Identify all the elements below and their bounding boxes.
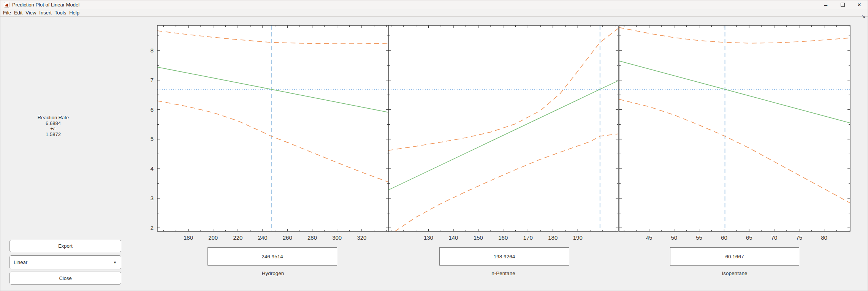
hydrogen-label: Hydrogen [157, 270, 388, 276]
x-tick-label: 170 [523, 234, 533, 241]
x-tick-label: 220 [233, 234, 242, 241]
x-tick-label: 240 [258, 234, 268, 241]
x-tick-label: 45 [646, 234, 653, 241]
x-tick-label: 260 [283, 234, 292, 241]
x-tick-label: 80 [821, 234, 827, 241]
x-tick-label: 70 [771, 234, 778, 241]
plot-area-n-pentane[interactable] [388, 25, 618, 231]
x-tick-label: 140 [448, 234, 458, 241]
x-tick-label: 65 [746, 234, 752, 241]
y-tick-label: 5 [150, 136, 154, 142]
x-tick-label: 160 [498, 234, 508, 241]
plot-area-isopentane[interactable] [619, 25, 850, 231]
response-panel: Reaction Rate 6.6884 +/- 1.5872 [15, 115, 91, 137]
x-tick-label: 55 [696, 234, 702, 241]
plot-area-hydrogen[interactable] [157, 25, 388, 231]
y-tick-label: 2 [150, 225, 154, 231]
model-type-value: Linear [14, 259, 27, 265]
model-type-select[interactable]: Linear ▼ [10, 255, 121, 269]
y-tick-label: 4 [150, 165, 154, 172]
y-tick-label: 7 [150, 77, 154, 83]
close-button[interactable]: Close [10, 272, 121, 285]
response-value: 6.6884 [15, 121, 91, 127]
y-tick-label: 6 [150, 106, 154, 113]
response-interval: 1.5872 [15, 132, 91, 138]
app-window: Prediction Plot of Linear Model – × File… [0, 0, 868, 291]
x-tick-label: 75 [796, 234, 802, 241]
x-tick-label: 320 [357, 234, 366, 241]
x-tick-label: 180 [548, 234, 558, 241]
x-tick-label: 60 [721, 234, 727, 241]
x-tick-label: 180 [184, 234, 193, 241]
response-name: Reaction Rate [15, 115, 91, 121]
n-pentane-value-input[interactable] [439, 247, 569, 266]
n-pentane-label: n-Pentane [388, 270, 618, 276]
export-button[interactable]: Export [10, 240, 121, 252]
x-tick-label: 280 [307, 234, 317, 241]
x-tick-label: 190 [573, 234, 583, 241]
x-tick-label: 150 [474, 234, 483, 241]
plus-minus-label: +/- [15, 126, 91, 132]
x-tick-label: 200 [208, 234, 218, 241]
isopentane-value-input[interactable] [670, 247, 799, 266]
hydrogen-value-input[interactable] [207, 247, 337, 266]
isopentane-label: Isopentane [619, 270, 850, 276]
x-tick-label: 130 [424, 234, 433, 241]
y-tick-label: 8 [150, 47, 154, 54]
chevron-down-icon: ▼ [113, 260, 117, 264]
x-tick-label: 300 [332, 234, 342, 241]
y-tick-label: 3 [150, 195, 154, 201]
x-tick-label: 50 [671, 234, 677, 241]
